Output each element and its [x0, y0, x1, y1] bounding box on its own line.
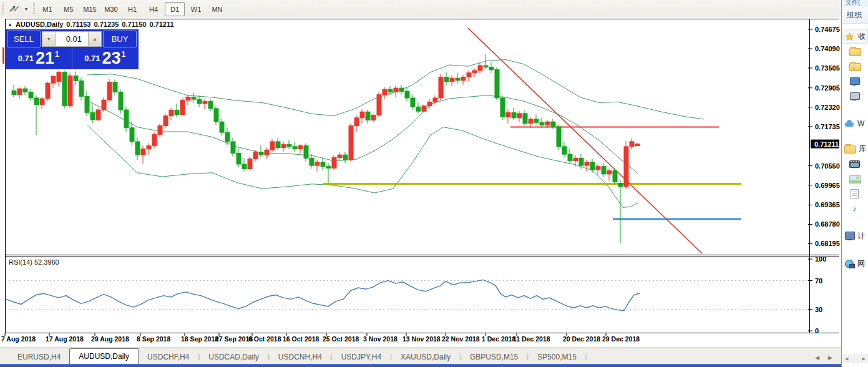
chart-tab-gbpusd-m15[interactable]: GBPUSD,M15	[461, 350, 527, 364]
rsi-indicator-label: RSI(14) 52.3960	[9, 258, 59, 266]
timeframe-button-h1[interactable]: H1	[122, 2, 142, 16]
collapse-arrow-icon[interactable]: ▲	[7, 22, 12, 27]
bollinger-lower-band	[87, 125, 638, 207]
timeframe-button-m1[interactable]: M1	[37, 2, 57, 16]
timeframe-toolbar: ▾ M1M5M15M30H1H4D1W1MN	[0, 0, 868, 18]
svg-text:29 Aug 2018: 29 Aug 2018	[91, 335, 129, 343]
recent-places-icon	[849, 92, 860, 101]
svg-text:7 Aug 2018: 7 Aug 2018	[1, 335, 36, 343]
sell-price[interactable]: 0.71 21 1	[6, 48, 72, 69]
toolbar-separator	[195, 2, 195, 16]
one-click-trading-panel: SELL ▾ 0.01 ▴ BUY 0.71 21 1 0.71 23 1	[5, 29, 139, 69]
timeframe-button-h4[interactable]: H4	[144, 2, 163, 16]
rsi-value: 52.3960	[34, 258, 59, 266]
rsi-line	[6, 280, 640, 310]
buy-price[interactable]: 0.71 23 1	[72, 48, 139, 69]
explorer-item-cloud[interactable]: W	[842, 116, 868, 131]
svg-text:0.74675: 0.74675	[815, 26, 840, 33]
explorer-item-computer[interactable]: 计	[842, 228, 868, 243]
date-axis: 7 Aug 201817 Aug 201829 Aug 20188 Sep 20…	[1, 333, 640, 343]
pictures-icon	[849, 175, 861, 184]
downtrend-line[interactable]	[468, 28, 702, 253]
explorer-hscrollbar[interactable]: ◀ ▶	[842, 354, 868, 363]
svg-text:16 Oct 2018: 16 Oct 2018	[283, 335, 319, 343]
timeframe-button-m5[interactable]: M5	[59, 2, 79, 16]
chart-tab-usdcnh-h4[interactable]: USDCNH,H4	[270, 350, 331, 364]
rsi-name: RSI(14)	[9, 258, 32, 266]
svg-text:0: 0	[815, 327, 819, 335]
explorer-item-pictures[interactable]	[842, 171, 868, 186]
timeframe-button-w1[interactable]: W1	[186, 2, 206, 16]
chart-title: ▲ AUDUSD,Daily 0.71153 0.71235 0.71150 0…	[7, 21, 174, 28]
bollinger-bands	[87, 60, 704, 208]
svg-text:0.73505: 0.73505	[815, 64, 840, 72]
chart-tabs-bar: EURUSD,H4AUDUSD,DailyUSDCHF,H4|USDCAD,Da…	[0, 347, 841, 364]
tabs-scroll-left-icon[interactable]: ◀	[815, 355, 819, 361]
tool-dropdown-caret-icon[interactable]: ▾	[25, 6, 27, 12]
chart-tab-sp500-m15[interactable]: SP500,M15	[529, 350, 585, 364]
chart-tab-usdcad-daily[interactable]: USDCAD,Daily	[200, 350, 268, 364]
toolbar-grip[interactable]	[2, 2, 4, 15]
timeframe-button-m30[interactable]: M30	[101, 2, 121, 16]
explorer-item-label: 库	[859, 144, 866, 154]
svg-text:20 Dec 2018: 20 Dec 2018	[563, 335, 600, 343]
svg-text:11 Dec 2018: 11 Dec 2018	[513, 335, 550, 343]
rsi-axis: 10070300	[808, 255, 826, 335]
explorer-item-music[interactable]: ♪	[842, 201, 868, 216]
analysis-lines[interactable]	[323, 28, 741, 253]
volume-decrease-icon[interactable]: ▾	[42, 31, 56, 47]
timeframe-button-d1[interactable]: D1	[165, 2, 185, 16]
cloud-icon	[844, 119, 855, 129]
download-arrow-glyph: ↓	[852, 65, 856, 71]
svg-text:0.71211: 0.71211	[814, 140, 839, 148]
tabs-scroll-right-icon[interactable]: ▶	[828, 355, 832, 361]
svg-text:27 Sep 2018: 27 Sep 2018	[215, 335, 253, 343]
svg-text:70: 70	[815, 277, 822, 285]
mt4-window: ▾ M1M5M15M30H1H4D1W1MN 0.746750.740900.7…	[0, 0, 868, 367]
double-arrow-tool-icon[interactable]	[7, 2, 24, 15]
documents-icon	[851, 189, 859, 198]
network-icon	[844, 259, 855, 268]
chart-tab-eurusd-h4[interactable]: EURUSD,H4	[9, 350, 69, 364]
explorer-item-recent-places[interactable]	[842, 89, 868, 104]
svg-text:0.69365: 0.69365	[815, 201, 840, 208]
svg-text:3 Nov 2018: 3 Nov 2018	[363, 335, 397, 343]
svg-text:22 Nov 2018: 22 Nov 2018	[442, 335, 480, 343]
explorer-file-menu[interactable]: 文件(	[842, 0, 868, 7]
timeframe-button-mn[interactable]: MN	[207, 2, 227, 16]
explorer-scroll-right-icon[interactable]: ▶	[862, 356, 866, 361]
folder-download-icon: ↓	[849, 63, 861, 71]
window-bottom-edge	[0, 364, 841, 367]
explorer-item-libraries-folder[interactable]: 库	[842, 141, 868, 156]
toolbar-grip2[interactable]	[33, 2, 35, 15]
svg-text:1 Dec 2018: 1 Dec 2018	[482, 335, 515, 343]
explorer-item-folder-download[interactable]: ↓	[842, 59, 868, 74]
buy-price-big: 23	[102, 50, 121, 67]
explorer-organize-button[interactable]: 组织	[842, 7, 868, 24]
file-explorer-panel: 文件( 组织 收↓W库♪计网 ◀ ▶	[841, 0, 868, 367]
explorer-item-videos[interactable]	[842, 156, 868, 171]
explorer-item-documents[interactable]	[842, 186, 868, 201]
chart-tab-usdchf-h4[interactable]: USDCHF,H4	[139, 350, 198, 364]
svg-text:0.68780: 0.68780	[815, 220, 840, 228]
sell-button[interactable]: SELL	[7, 31, 41, 47]
explorer-item-desktop[interactable]	[842, 74, 868, 89]
chart-tab-xauusd-daily[interactable]: XAUUSD,Daily	[392, 350, 459, 364]
sell-price-big: 21	[36, 50, 54, 67]
explorer-item-network[interactable]: 网	[842, 256, 868, 271]
buy-button[interactable]: BUY	[103, 31, 137, 47]
volume-input[interactable]: 0.01	[56, 31, 88, 47]
chart-symbol-label: AUDUSD,Daily	[16, 21, 63, 28]
chart-tab-audusd-daily[interactable]: AUDUSD,Daily	[69, 348, 139, 364]
timeframe-button-m15[interactable]: M15	[80, 2, 100, 16]
explorer-item-star[interactable]: 收	[842, 29, 868, 44]
explorer-item-folder[interactable]	[842, 44, 868, 59]
chart-tab-usdjpy-h4[interactable]: USDJPY,H4	[333, 350, 390, 364]
volume-increase-icon[interactable]: ▴	[88, 31, 102, 47]
music-icon: ♪	[849, 204, 860, 213]
explorer-scroll-left-icon[interactable]: ◀	[845, 356, 848, 361]
sell-price-prefix: 0.71	[18, 54, 34, 63]
explorer-item-label: 网	[857, 258, 865, 269]
ohlc-high: 0.71235	[94, 21, 119, 28]
candles	[12, 54, 640, 243]
